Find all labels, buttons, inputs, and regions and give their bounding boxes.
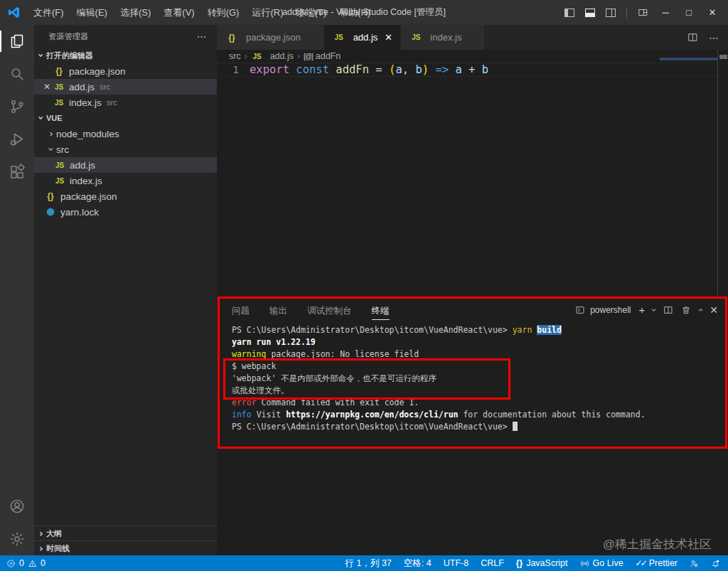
- terminal-output[interactable]: PS C:\Users\Administrator\Desktop\itcom\…: [232, 324, 646, 433]
- title-bar: 文件(F)编辑(E)选择(S)查看(V)转到(G)运行(R)终端(T)帮助(H)…: [0, 0, 728, 25]
- chevron-down-icon: ›: [46, 144, 57, 154]
- js-file-icon: JS: [53, 177, 66, 185]
- symbol-method-icon: [@]: [304, 53, 313, 60]
- status-cursor-position[interactable]: 行 1，列 37: [346, 557, 392, 570]
- editor-area: {}package.json✕JSadd.js✕JSindex.js✕ ⋯ sr…: [217, 25, 728, 555]
- open-editors-section-header[interactable]: › 打开的编辑器: [34, 48, 217, 63]
- activitybar-run-debug[interactable]: [0, 123, 34, 156]
- close-panel-icon[interactable]: ✕: [710, 304, 718, 316]
- close-tab-icon[interactable]: ✕: [382, 32, 395, 43]
- maximize-button[interactable]: □: [682, 7, 695, 18]
- warning-icon: [28, 559, 37, 568]
- layout-panel-icon[interactable]: [585, 9, 595, 17]
- breadcrumb-label: addFn: [316, 51, 341, 61]
- tree-item-add.js[interactable]: JSadd.js: [34, 157, 217, 173]
- file-label: index.js: [70, 176, 102, 186]
- panel-tab-问题[interactable]: 问题: [232, 300, 250, 320]
- tree-item-node_modules[interactable]: ›node_modules: [34, 126, 217, 142]
- activitybar-source-control[interactable]: [0, 90, 34, 123]
- tree-item-index.js[interactable]: JSindex.js: [34, 173, 217, 188]
- activitybar-settings[interactable]: [0, 523, 34, 555]
- close-button[interactable]: ✕: [706, 7, 719, 18]
- folder-label: src: [56, 144, 69, 155]
- open-editor-package.json[interactable]: {}package.json: [34, 63, 217, 79]
- split-terminal-icon[interactable]: [663, 305, 673, 315]
- tab-package.json[interactable]: {}package.json✕: [217, 25, 324, 50]
- file-tree: ›node_modules›srcJSadd.jsJSindex.js{}pac…: [34, 126, 217, 220]
- kill-terminal-icon[interactable]: [681, 305, 691, 315]
- status-prettier[interactable]: ✓✓Prettier: [636, 558, 678, 568]
- js-file-icon: JS: [251, 53, 264, 60]
- explorer-icon: [9, 33, 26, 50]
- tree-item-src[interactable]: ›src: [34, 142, 217, 157]
- status-label: Go Live: [593, 558, 623, 568]
- status-feedback[interactable]: [690, 559, 699, 568]
- run-debug-icon: [9, 131, 26, 148]
- activitybar-account[interactable]: [0, 490, 34, 523]
- settings-icon: [9, 530, 26, 548]
- section-时间线[interactable]: ›时间线: [34, 540, 217, 555]
- section-大纲[interactable]: ›大纲: [34, 525, 217, 540]
- menu-item-V[interactable]: 查看(V): [157, 4, 200, 22]
- menu-item-G[interactable]: 转到(G): [201, 4, 246, 22]
- status-language[interactable]: {}JavaScript: [516, 558, 568, 568]
- activitybar-search[interactable]: [0, 58, 34, 90]
- terminal-dropdown-icon[interactable]: ›: [649, 309, 659, 311]
- minimize-button[interactable]: ─: [659, 7, 672, 18]
- panel-tab-输出[interactable]: 输出: [269, 300, 287, 320]
- open-editor-index.js[interactable]: JSindex.jssrc: [34, 95, 217, 110]
- folder-label: node_modules: [56, 129, 119, 139]
- chevron-right-icon: ›: [36, 528, 46, 539]
- more-actions-icon[interactable]: ⋯: [709, 32, 719, 43]
- window-title: add.js - vue - Visual Studio Code [管理员]: [282, 0, 446, 25]
- menu-item-F[interactable]: 文件(F): [27, 4, 70, 22]
- customize-layout-icon[interactable]: [638, 7, 648, 18]
- tab-index.js[interactable]: JSindex.js✕: [401, 25, 485, 50]
- open-editor-add.js[interactable]: ✕JSadd.jssrc: [34, 79, 217, 95]
- new-terminal-icon[interactable]: +: [639, 304, 646, 316]
- maximize-panel-icon[interactable]: ›: [695, 309, 705, 311]
- tree-item-yarn.lock[interactable]: yarn.lock: [34, 204, 217, 220]
- js-file-icon: JS: [53, 161, 66, 169]
- error-count: 0: [19, 558, 24, 568]
- terminal-line: $ webpack: [232, 361, 646, 373]
- code-line[interactable]: 1 export const addFn = (a, b) => a + b: [217, 63, 717, 77]
- error-icon: [6, 559, 16, 568]
- menu-item-S[interactable]: 选择(S): [114, 4, 157, 22]
- menu-item-E[interactable]: 编辑(E): [70, 4, 114, 22]
- layout-sidebar-left-icon[interactable]: [564, 9, 574, 17]
- json-file-icon: {}: [44, 191, 57, 201]
- chevron-right-icon: ›: [36, 543, 46, 554]
- folder-section-header[interactable]: › VUE: [34, 110, 217, 126]
- breadcrumb-src[interactable]: src: [229, 51, 241, 61]
- panel-tab-调试控制台[interactable]: 调试控制台: [307, 300, 352, 320]
- activity-bar: [0, 25, 34, 555]
- status-encoding[interactable]: UTF-8: [444, 558, 469, 568]
- activitybar-extensions[interactable]: [0, 156, 34, 188]
- status-eol[interactable]: CRLF: [481, 558, 504, 568]
- layout-sidebar-right-icon[interactable]: [606, 9, 616, 17]
- status-problems[interactable]: 00: [6, 558, 46, 568]
- panel-header: 问题输出调试控制台终端 powershell+››✕: [220, 299, 725, 321]
- tree-item-package.json[interactable]: {}package.json: [34, 188, 217, 204]
- shell-name[interactable]: powershell: [590, 305, 631, 315]
- split-editor-icon[interactable]: [687, 32, 698, 43]
- watermark: @稀土掘金技术社区: [603, 536, 712, 553]
- titlebar-actions: ─□✕: [564, 7, 728, 18]
- tab-add.js[interactable]: JSadd.js✕: [324, 25, 402, 50]
- breadcrumb-addFn[interactable]: [@]addFn: [304, 51, 341, 61]
- terminal-line: 或批处理文件。: [232, 385, 646, 397]
- activitybar-explorer[interactable]: [0, 25, 34, 58]
- section-label: 大纲: [46, 528, 62, 539]
- double-check-icon: ✓✓: [636, 558, 646, 568]
- panel-tab-终端[interactable]: 终端: [372, 300, 390, 320]
- status-go-live[interactable]: Go Live: [580, 558, 623, 568]
- status-indentation[interactable]: 空格: 4: [404, 557, 432, 570]
- close-editor-icon[interactable]: ✕: [41, 82, 53, 92]
- terminal-cursor: [513, 422, 518, 431]
- more-actions-icon[interactable]: ⋯: [197, 31, 207, 42]
- editor-scrollbar[interactable]: [719, 55, 727, 59]
- status-notifications[interactable]: [711, 559, 720, 568]
- breadcrumb-add.js[interactable]: JSadd.js: [251, 51, 294, 61]
- chevron-down-icon: ›: [36, 113, 47, 123]
